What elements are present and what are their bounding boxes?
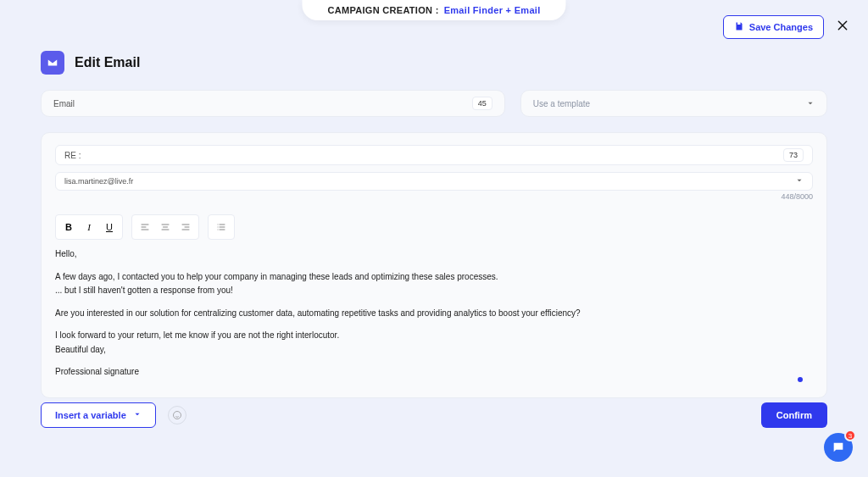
chevron-down-icon: [806, 96, 815, 111]
format-toolbar: B I U: [55, 214, 813, 240]
chat-icon: [832, 441, 845, 454]
email-body[interactable]: Hello, A few days ago, I contacted you t…: [55, 248, 813, 379]
email-label: Email: [53, 99, 75, 108]
footer-row: Insert a variable Confirm: [41, 402, 827, 428]
smile-icon: [172, 410, 182, 420]
save-icon: [734, 21, 744, 33]
underline-button[interactable]: U: [100, 218, 119, 236]
insert-variable-label: Insert a variable: [55, 410, 126, 420]
align-right-button[interactable]: [176, 218, 195, 236]
align-left-icon: [139, 222, 151, 232]
body-line: A few days ago, I contacted you to help …: [55, 271, 813, 284]
list-group: [208, 214, 235, 240]
from-select[interactable]: lisa.martinez@live.fr: [55, 172, 813, 191]
page-title: Edit Email: [75, 55, 140, 70]
intercom-launcher[interactable]: 3: [824, 433, 853, 462]
intercom-badge: 3: [844, 430, 856, 441]
template-placeholder: Use a template: [533, 99, 590, 108]
chevron-down-icon: [795, 176, 804, 186]
from-address: lisa.martinez@live.fr: [64, 177, 133, 186]
subject-input[interactable]: RE : 73: [55, 145, 813, 165]
email-card: Email 45: [41, 90, 505, 117]
bullet-list-icon: [215, 222, 227, 232]
confirm-button[interactable]: Confirm: [761, 402, 827, 428]
campaign-name[interactable]: Email Finder + Email: [444, 5, 541, 15]
char-counter: 448/8000: [781, 192, 813, 201]
body-line: Professional signature: [55, 366, 813, 379]
bullet-list-button[interactable]: [212, 218, 231, 236]
emoji-button[interactable]: [168, 406, 186, 424]
editor-card: RE : 73 lisa.martinez@live.fr 448/8000 B…: [41, 132, 827, 398]
bold-button[interactable]: B: [59, 218, 78, 236]
template-select[interactable]: Use a template: [520, 90, 827, 117]
unsaved-indicator: [798, 377, 803, 382]
svg-point-0: [173, 412, 181, 419]
body-line: Hello,: [55, 248, 813, 261]
body-line: Beautiful day,: [55, 344, 813, 357]
align-center-button[interactable]: [156, 218, 175, 236]
align-right-icon: [180, 222, 192, 232]
body-line: I look forward to your return, let me kn…: [55, 330, 813, 342]
close-icon: [836, 19, 849, 32]
page-title-row: Edit Email: [41, 51, 140, 75]
email-count-badge: 45: [472, 97, 492, 110]
body-line: Are you interested in our solution for c…: [55, 308, 813, 320]
campaign-pill: CAMPAIGN CREATION : Email Finder + Email: [302, 0, 565, 20]
body-line: ... but I still haven't gotten a respons…: [55, 285, 813, 297]
text-style-group: B I U: [55, 214, 123, 240]
italic-button[interactable]: I: [80, 218, 98, 236]
subject-prefix: RE :: [64, 151, 81, 160]
subject-count-badge: 73: [783, 148, 804, 162]
save-button[interactable]: Save Changes: [723, 15, 824, 39]
align-group: [131, 214, 199, 240]
campaign-label: CAMPAIGN CREATION :: [327, 5, 438, 15]
insert-variable-button[interactable]: Insert a variable: [41, 402, 156, 428]
align-center-icon: [159, 222, 171, 232]
chevron-down-icon: [133, 410, 142, 420]
envelope-icon: [41, 51, 64, 75]
close-button[interactable]: [832, 15, 853, 36]
save-label: Save Changes: [749, 22, 813, 32]
align-left-button[interactable]: [136, 218, 154, 236]
